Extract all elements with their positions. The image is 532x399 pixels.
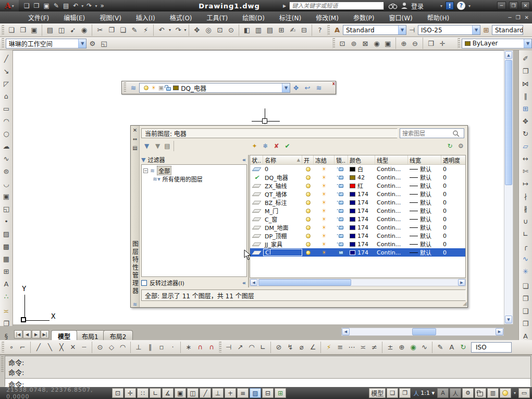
text-style-combo[interactable]: Standard▼	[343, 25, 406, 35]
coordinates-display[interactable]: 21538.0748, 22376.8507, 0.0000	[0, 386, 112, 399]
mirror-tool-icon[interactable]: ⋈	[520, 77, 531, 90]
search-binoculars-icon[interactable]	[388, 3, 398, 9]
restore-button[interactable]: ❐	[509, 2, 518, 9]
redo-button[interactable]: ↷	[85, 2, 93, 9]
extend-tool-icon[interactable]: ↦	[520, 177, 531, 190]
menu-edit[interactable]: 编辑(E)	[56, 11, 92, 23]
layer-linetype-cell[interactable]: Contin...	[375, 233, 408, 239]
zoom-previous-icon[interactable]: ⊙	[226, 25, 239, 36]
layer-freeze-toggle[interactable]: ☀	[314, 249, 335, 256]
chamfer-tool-icon[interactable]: ∟	[520, 227, 531, 240]
layer-lock-toggle[interactable]	[335, 167, 348, 171]
snap-from-icon[interactable]: ⌐	[17, 342, 31, 353]
col-on[interactable]: 开	[302, 155, 314, 164]
layer-previous-icon[interactable]: ↩	[302, 82, 313, 93]
help-icon[interactable]: ?	[314, 25, 326, 36]
filter-tree-item-used[interactable]: ≋▾ 所有使用的图层	[143, 175, 245, 183]
menu-modify[interactable]: 修改(M)	[308, 11, 346, 23]
object-snap-toggle[interactable]: ▣	[175, 388, 186, 398]
toolbar-lock-button[interactable]	[475, 388, 486, 398]
palette-properties-icon[interactable]: ▤	[132, 145, 137, 151]
tab-last-button[interactable]: ▶|	[41, 330, 49, 338]
layer-on-toggle[interactable]	[302, 167, 314, 172]
layer-on-toggle[interactable]	[302, 234, 314, 238]
col-lock[interactable]: 锁..	[335, 155, 348, 164]
layer-linetype-cell[interactable]: Contin...	[375, 191, 408, 198]
snap-nearest-icon[interactable]: ∗	[183, 342, 194, 353]
col-transparency[interactable]: 透明度	[441, 155, 465, 164]
layer-transparency-cell[interactable]: 0	[441, 224, 465, 231]
snap-mode-toggle[interactable]: ✛	[125, 388, 136, 398]
refresh-icon[interactable]: ↻	[444, 141, 455, 151]
layer-freeze-toggle[interactable]: ☀	[314, 183, 335, 189]
ordinate-dimension-icon[interactable]: ∟	[257, 342, 271, 353]
layer-row[interactable]: ✔ DP_顶棚 ☀ 174 Contin... 默认 0	[250, 232, 465, 240]
scroll-right-icon[interactable]: ▶	[496, 328, 503, 335]
dimension-edit-icon[interactable]: ✎	[435, 342, 446, 353]
undo-arrow-icon[interactable]: ▾	[167, 25, 172, 36]
dim-style-icon[interactable]: ⊣	[406, 25, 418, 36]
layer-freeze-toggle[interactable]: ☀	[314, 241, 335, 248]
layer-linetype-cell[interactable]: Contin...	[375, 208, 408, 214]
spline-tool-icon[interactable]: ∿	[1, 152, 12, 165]
annotation-scale-button[interactable]: 1:1 ▾	[412, 388, 436, 398]
cut-icon[interactable]: ✂	[94, 25, 106, 36]
quick-view-drawings-button[interactable]: ❐	[399, 388, 411, 398]
polygon-tool-icon[interactable]: ⌂	[1, 90, 12, 102]
layer-row[interactable]: ✔ ZX_轴线 ☀ 红 Contin... 默认 0	[250, 182, 465, 190]
infocenter-search-input[interactable]	[289, 2, 384, 10]
undo-button[interactable]: ↶	[72, 2, 79, 9]
layer-row[interactable]: ✔ 0 ☀ 白 Contin... 默认 0	[250, 165, 465, 173]
layer-row[interactable]: ✔ DQ_电器 ☀ 42 Contin... 默认 0	[250, 173, 465, 182]
layer-transparency-cell[interactable]: 0	[441, 241, 465, 248]
palette-close-icon[interactable]: ✕	[133, 127, 137, 133]
quickcalc-icon[interactable]: ⊟	[299, 25, 312, 36]
layer-linetype-cell[interactable]: Contin...	[375, 183, 408, 189]
quick-properties-toggle[interactable]: ⊟	[262, 388, 274, 398]
table-tool-icon[interactable]: ⊞	[1, 265, 12, 277]
layer-color-cell[interactable]: 白	[348, 165, 375, 173]
layer-freeze-toggle[interactable]: ☀	[314, 233, 335, 239]
snap-midpoint-icon[interactable]: ╲	[44, 342, 56, 353]
menu-view[interactable]: 视图(V)	[92, 11, 129, 23]
new-button[interactable]: ❑	[23, 2, 31, 9]
osnap-settings-icon[interactable]: ∩	[206, 342, 217, 353]
point-tool-icon[interactable]: •	[1, 215, 12, 227]
match-properties-icon[interactable]: ✎	[129, 25, 140, 36]
layer-on-toggle[interactable]	[302, 225, 314, 230]
redo-dropdown[interactable]: ▾	[95, 4, 97, 8]
col-linetype[interactable]: 线型	[375, 155, 408, 164]
invert-filter-checkbox[interactable]	[141, 280, 147, 286]
undo-dropdown[interactable]: ▾	[81, 4, 83, 8]
break-at-point-tool-icon[interactable]: ∤	[520, 190, 531, 202]
circle-tool-icon[interactable]: ○	[1, 127, 12, 140]
new-vp-frozen-layer-icon[interactable]: ❄	[260, 141, 271, 151]
send-to-back-icon[interactable]: ❐	[520, 292, 531, 305]
dynamic-ucs-toggle[interactable]: ⊥	[212, 388, 224, 398]
model-space-button[interactable]: 模型	[369, 388, 386, 398]
angular-dimension-icon[interactable]: ∠	[307, 342, 321, 353]
menu-file[interactable]: 文件(F)	[21, 11, 56, 23]
new-layer-icon[interactable]: ✦	[249, 141, 260, 151]
layer-color-cell[interactable]: 174	[348, 249, 375, 256]
workspace-switching-button[interactable]: ⚙	[462, 388, 474, 398]
login-link[interactable]: 登录	[411, 2, 424, 10]
layer-color-cell[interactable]: 174	[348, 233, 375, 239]
layer-lineweight-cell[interactable]: 默认	[408, 190, 441, 198]
menu-help[interactable]: 帮助(H)	[420, 11, 456, 23]
layer-lineweight-cell[interactable]: 默认	[408, 165, 441, 173]
layer-row[interactable]: ✔ QT_墙体 ☀ 174 Contin... 默认 0	[250, 190, 465, 198]
ortho-mode-toggle[interactable]: ∟	[150, 388, 161, 398]
layer-linetype-cell[interactable]: Contin...	[375, 199, 408, 206]
login-dropdown-icon[interactable]: ▾	[440, 4, 442, 8]
drawn-block-square[interactable]	[262, 118, 267, 124]
snap-perpendicular-icon[interactable]: ⊥	[133, 342, 144, 353]
block-editor-icon[interactable]: ⚡	[140, 25, 154, 36]
paste-icon[interactable]: ❏	[117, 25, 129, 36]
toolbar-grip[interactable]	[219, 342, 221, 353]
copy-tool-icon[interactable]: ❐	[520, 65, 531, 77]
object-snap-tracking-toggle[interactable]: ╱	[200, 388, 211, 398]
layer-transparency-cell[interactable]: 0	[441, 216, 465, 223]
isolate-objects-button[interactable]	[500, 388, 511, 398]
app-logo[interactable]: A▾	[0, 0, 19, 11]
